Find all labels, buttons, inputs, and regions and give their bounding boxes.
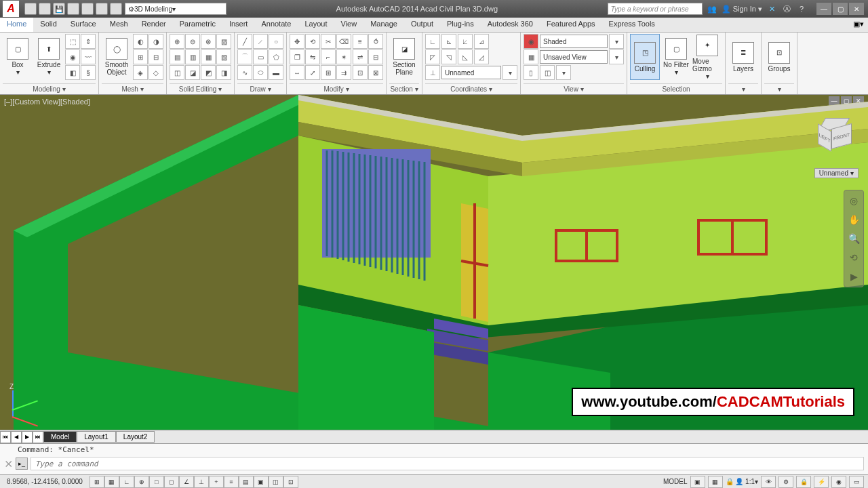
move-icon[interactable]: ✥ (290, 34, 304, 49)
coordinates-readout[interactable]: 8.9568, -12.4156, 0.0000 (0, 478, 90, 485)
ucs-6-icon[interactable]: ◹ (441, 49, 456, 64)
dyn-icon[interactable]: + (209, 476, 224, 488)
mesh-more-icon[interactable]: ◐ (133, 34, 148, 49)
mesh-split-icon[interactable]: ◇ (149, 65, 163, 80)
intersect-icon[interactable]: ⊗ (201, 34, 216, 49)
tab-insert[interactable]: Insert (222, 18, 255, 32)
tab-parametric[interactable]: Parametric (173, 18, 222, 32)
open-icon[interactable]: ▯ (39, 3, 51, 15)
vp-icon[interactable]: ▯ (524, 65, 538, 80)
panel-modify-title[interactable]: Modify ▾ (290, 83, 383, 94)
tab-surface[interactable]: Surface (64, 18, 103, 32)
view-cube[interactable]: LEFT FRONT (814, 115, 854, 156)
command-input[interactable] (31, 457, 864, 470)
visual-style-dropdown[interactable]: Shaded (540, 35, 608, 48)
no-filter-button[interactable]: ▢No Filter▾ (661, 34, 691, 80)
polyline-icon[interactable]: ⟋ (253, 34, 268, 49)
taper-icon[interactable]: ▥ (185, 49, 200, 64)
vs-dd-icon[interactable]: ▾ (609, 34, 624, 49)
view-dd-icon[interactable]: ▾ (609, 49, 624, 64)
ucs-icon-btn[interactable]: ⊥ (425, 65, 440, 80)
print-icon[interactable]: ⎙ (81, 3, 94, 15)
rotate-icon[interactable]: ⟲ (305, 34, 320, 49)
3d-array-icon[interactable]: ⊡ (353, 65, 368, 80)
new-icon[interactable]: ▫ (24, 3, 37, 15)
vp2-icon[interactable]: ◫ (540, 65, 555, 80)
layout-first-icon[interactable]: ⏮ (0, 431, 11, 443)
sweep-icon[interactable]: 〰 (81, 49, 96, 64)
tab-mesh[interactable]: Mesh (103, 18, 135, 32)
workspace-switch-icon[interactable]: ⚙ (778, 476, 793, 488)
isolate-icon[interactable]: ◉ (831, 476, 846, 488)
osnap-icon[interactable]: □ (149, 476, 164, 488)
align-icon[interactable]: ≡ (353, 34, 368, 49)
scale-icon[interactable]: ⤢ (305, 65, 320, 80)
box-button[interactable]: ▢Box▾ (3, 34, 33, 80)
presspull-icon[interactable]: ⇕ (81, 34, 96, 49)
revolve-icon[interactable]: ◉ (65, 49, 80, 64)
tab-plugins[interactable]: Plug-ins (440, 18, 481, 32)
panel-mesh-title[interactable]: Mesh ▾ (102, 83, 163, 94)
ucs-5-icon[interactable]: ◸ (425, 49, 440, 64)
lwt-icon[interactable]: ≡ (224, 476, 239, 488)
view-dropdown[interactable]: Unsaved View (540, 50, 608, 64)
layout-next-icon[interactable]: ▶ (22, 431, 33, 443)
fillet-edge-icon[interactable]: ▧ (216, 49, 231, 64)
tab-output[interactable]: Output (404, 18, 440, 32)
tab-layout1[interactable]: Layout1 (77, 431, 116, 443)
ucs-3-icon[interactable]: ⟀ (458, 34, 473, 49)
tab-annotate[interactable]: Annotate (254, 18, 298, 32)
arc-icon[interactable]: ⌒ (237, 49, 252, 64)
sign-in-button[interactable]: 👤 Sign In ▾ (722, 5, 762, 14)
color-edge-icon[interactable]: ◨ (216, 65, 231, 80)
panel-solid-title[interactable]: Solid Editing ▾ (170, 83, 231, 94)
am-icon[interactable]: ⊡ (283, 476, 298, 488)
erase-icon[interactable]: ⌫ (336, 34, 351, 49)
tpy-icon[interactable]: ▤ (239, 476, 254, 488)
workspace-dropdown[interactable]: ⚙ 3D Modeling ▾ (125, 3, 226, 15)
offset-edge-icon[interactable]: ▦ (201, 49, 216, 64)
tab-autodesk360[interactable]: Autodesk 360 (481, 18, 540, 32)
quickview-drawings-icon[interactable]: ▦ (708, 476, 723, 488)
3d-rotate-icon[interactable]: ⥀ (368, 34, 383, 49)
trim-icon[interactable]: ✂ (321, 34, 336, 49)
ucs-2-icon[interactable]: ⊾ (441, 34, 456, 49)
save-icon[interactable]: 💾 (53, 3, 65, 15)
minimize-button[interactable]: — (816, 3, 831, 15)
panel-draw-title[interactable]: Draw ▾ (237, 83, 283, 94)
maximize-button[interactable]: ▢ (833, 3, 848, 15)
layers-button[interactable]: ≣Layers (728, 34, 758, 80)
slice-icon[interactable]: ▨ (216, 34, 231, 49)
app-logo-icon[interactable]: A (3, 1, 19, 17)
help-search-input[interactable]: Type a keyword or phrase (608, 3, 703, 15)
hardware-accel-icon[interactable]: ⚡ (814, 476, 829, 488)
region-icon[interactable]: ▬ (269, 65, 283, 80)
steering-wheel-icon[interactable]: ◎ (846, 193, 861, 208)
3d-align-icon[interactable]: ⊟ (368, 49, 383, 64)
toolbar-lock-icon[interactable]: 🔒 (796, 476, 811, 488)
viewport[interactable]: [–][Custom View][Shaded] — ▢ ✕ (0, 95, 868, 430)
snap-icon[interactable]: ⊞ (90, 476, 104, 488)
subtract-icon[interactable]: ⊖ (185, 34, 200, 49)
orbit-icon[interactable]: ⟲ (846, 250, 861, 265)
tab-layout2[interactable]: Layout2 (116, 431, 155, 443)
layout-prev-icon[interactable]: ◀ (11, 431, 22, 443)
extrude-face-icon[interactable]: ▤ (170, 49, 184, 64)
ucs-4-icon[interactable]: ⊿ (474, 34, 489, 49)
annotation-scale[interactable]: 🔒 👤 1:1▾ (726, 478, 758, 485)
model-space-button[interactable]: MODEL (663, 478, 688, 485)
annotation-visibility-icon[interactable]: 👁 (761, 476, 776, 488)
ucs-dd-icon[interactable]: ▾ (502, 65, 517, 80)
3dosnap-icon[interactable]: ◻ (164, 476, 179, 488)
culling-button[interactable]: ◳Culling (630, 34, 660, 80)
view-mgr-icon[interactable]: ▦ (524, 49, 538, 64)
panel-view-title[interactable]: View ▾ (524, 83, 624, 94)
stretch-icon[interactable]: ↔ (290, 65, 304, 80)
tab-express[interactable]: Express Tools (602, 18, 662, 32)
groups-button[interactable]: ⊡Groups (764, 34, 794, 80)
redo-icon[interactable]: ↷ (110, 3, 122, 15)
mesh-less-icon[interactable]: ◑ (149, 34, 163, 49)
exchange-icon[interactable]: ✕ (766, 3, 777, 14)
extrude-button[interactable]: ⬆Extrude▾ (34, 34, 64, 80)
polysolid-icon[interactable]: ⬚ (65, 34, 80, 49)
